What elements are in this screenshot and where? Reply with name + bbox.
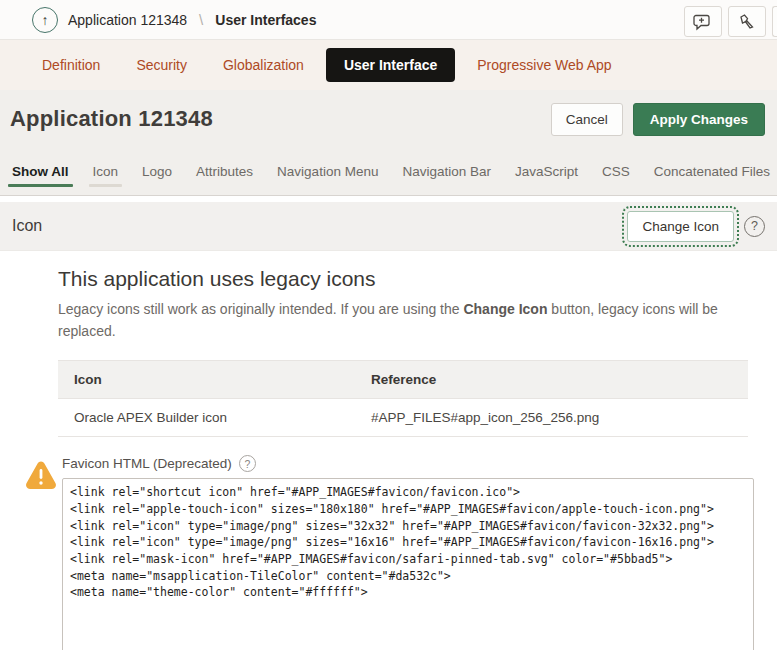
subtab-navigation-menu[interactable]: Navigation Menu xyxy=(273,148,382,195)
icon-region-header: Icon Change Icon ? xyxy=(0,202,777,251)
subtab-icon[interactable]: Icon xyxy=(89,148,123,195)
subtab-navigation-bar[interactable]: Navigation Bar xyxy=(398,148,495,195)
spotlight-search-button[interactable] xyxy=(728,6,766,37)
favicon-help-icon[interactable]: ? xyxy=(239,455,256,472)
warning-icon xyxy=(24,459,58,495)
column-header-reference: Reference xyxy=(355,361,748,399)
tab-security[interactable]: Security xyxy=(122,49,201,81)
table-row: Oracle APEX Builder icon #APP_FILES#app_… xyxy=(58,399,748,437)
subtab-attributes[interactable]: Attributes xyxy=(192,148,257,195)
favicon-html-textarea[interactable]: <link rel="shortcut icon" href="#APP_IMA… xyxy=(62,478,754,650)
favicon-section: Favicon HTML (Deprecated) ? <link rel="s… xyxy=(24,455,749,650)
cancel-button[interactable]: Cancel xyxy=(551,103,623,136)
cell-icon-reference: #APP_FILES#app_icon_256_256.png xyxy=(355,399,748,437)
favicon-label: Favicon HTML (Deprecated) xyxy=(62,456,232,471)
top-bar: ↑ Application 121348 \ User Interfaces xyxy=(0,0,777,40)
description-bold: Change Icon xyxy=(463,301,547,317)
favicon-field: Favicon HTML (Deprecated) ? <link rel="s… xyxy=(58,455,754,650)
tab-progressive-web-app[interactable]: Progressive Web App xyxy=(463,49,625,81)
subtab-logo[interactable]: Logo xyxy=(138,148,176,195)
breadcrumb-page: User Interfaces xyxy=(215,12,316,28)
feedback-button[interactable] xyxy=(684,6,722,37)
icon-region-actions: Change Icon ? xyxy=(627,211,765,242)
icon-region-content: This application uses legacy icons Legac… xyxy=(0,251,777,437)
legacy-icons-description: Legacy icons still work as originally in… xyxy=(58,299,730,342)
cell-icon-name: Oracle APEX Builder icon xyxy=(58,399,355,437)
application-tabs: Definition Security Globalization User I… xyxy=(0,40,777,90)
tab-user-interface[interactable]: User Interface xyxy=(326,48,455,82)
subtab-javascript[interactable]: JavaScript xyxy=(511,148,582,195)
breadcrumb-app[interactable]: Application 121348 xyxy=(68,12,187,28)
page-header: Application 121348 Cancel Apply Changes xyxy=(0,90,777,148)
description-prefix: Legacy icons still work as originally in… xyxy=(58,301,463,317)
subtab-show-all[interactable]: Show All xyxy=(8,148,73,195)
spotlight-icon xyxy=(737,13,757,31)
column-header-icon: Icon xyxy=(58,361,355,399)
section-subtabs: Show All Icon Logo Attributes Navigation… xyxy=(0,148,777,196)
subtab-concatenated-files[interactable]: Concatenated Files xyxy=(650,148,774,195)
legacy-icons-heading: This application uses legacy icons xyxy=(58,267,749,291)
breadcrumb: ↑ Application 121348 \ User Interfaces xyxy=(32,7,316,33)
tab-definition[interactable]: Definition xyxy=(28,49,114,81)
icon-region-title: Icon xyxy=(12,217,42,235)
page-title: Application 121348 xyxy=(10,106,213,132)
table-header-row: Icon Reference xyxy=(58,361,748,399)
header-actions: Cancel Apply Changes xyxy=(551,103,765,136)
clipped-edge-button[interactable] xyxy=(772,6,777,37)
legacy-icon-table: Icon Reference Oracle APEX Builder icon … xyxy=(58,360,748,437)
subtab-css[interactable]: CSS xyxy=(598,148,634,195)
tab-globalization[interactable]: Globalization xyxy=(209,49,318,81)
feedback-bubble-plus-icon xyxy=(693,13,713,31)
help-icon[interactable]: ? xyxy=(744,216,765,237)
favicon-label-row: Favicon HTML (Deprecated) ? xyxy=(62,455,754,472)
breadcrumb-separator: \ xyxy=(197,11,205,28)
topbar-actions xyxy=(684,0,777,39)
up-arrow-icon[interactable]: ↑ xyxy=(32,7,58,33)
change-icon-button[interactable]: Change Icon xyxy=(627,211,734,242)
apply-changes-button[interactable]: Apply Changes xyxy=(633,103,765,136)
